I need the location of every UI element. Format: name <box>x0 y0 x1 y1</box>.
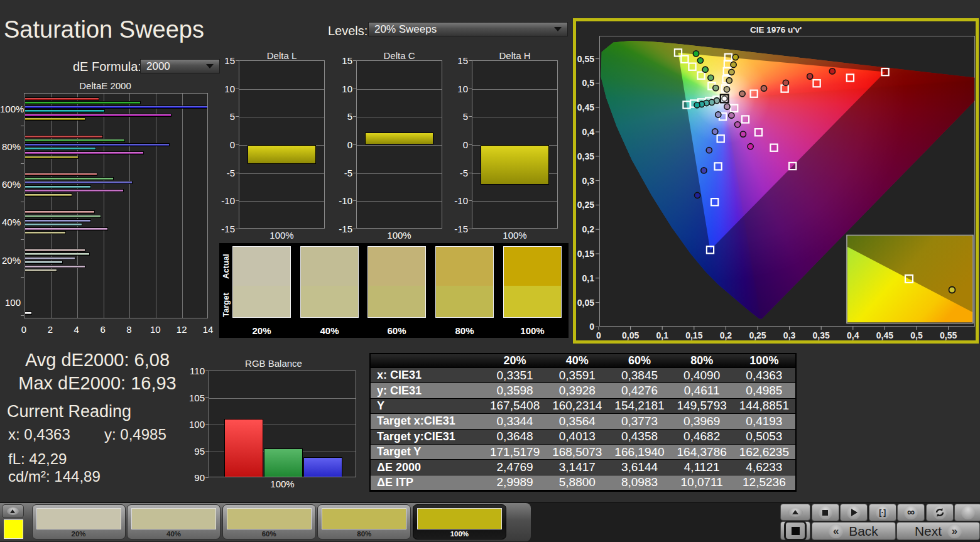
svg-text:0,5: 0,5 <box>582 78 595 88</box>
svg-text:0,3: 0,3 <box>783 330 796 340</box>
svg-text:0,55: 0,55 <box>577 54 594 64</box>
svg-text:0,4: 0,4 <box>847 330 859 340</box>
svg-text:0,4: 0,4 <box>582 127 595 137</box>
svg-text:0,5: 0,5 <box>910 330 923 340</box>
svg-text:0: 0 <box>596 330 601 340</box>
svg-text:0,2: 0,2 <box>720 330 732 340</box>
svg-text:0,35: 0,35 <box>577 151 594 161</box>
svg-text:0: 0 <box>589 322 594 332</box>
svg-text:0,15: 0,15 <box>577 249 594 259</box>
svg-text:0,35: 0,35 <box>813 330 830 340</box>
svg-text:CIE 1976 u'v': CIE 1976 u'v' <box>750 25 802 35</box>
svg-text:0,1: 0,1 <box>656 330 668 340</box>
svg-text:0,1: 0,1 <box>582 273 595 283</box>
svg-text:0,05: 0,05 <box>622 330 639 340</box>
svg-text:0,15: 0,15 <box>685 330 702 340</box>
svg-text:0,45: 0,45 <box>876 330 893 340</box>
svg-text:0,3: 0,3 <box>582 176 595 186</box>
svg-text:0,55: 0,55 <box>940 330 957 340</box>
svg-text:0,05: 0,05 <box>577 298 594 308</box>
svg-text:0,2: 0,2 <box>582 224 595 234</box>
svg-text:0,25: 0,25 <box>577 200 594 210</box>
svg-text:0,25: 0,25 <box>749 330 766 340</box>
svg-text:0,45: 0,45 <box>577 102 594 112</box>
